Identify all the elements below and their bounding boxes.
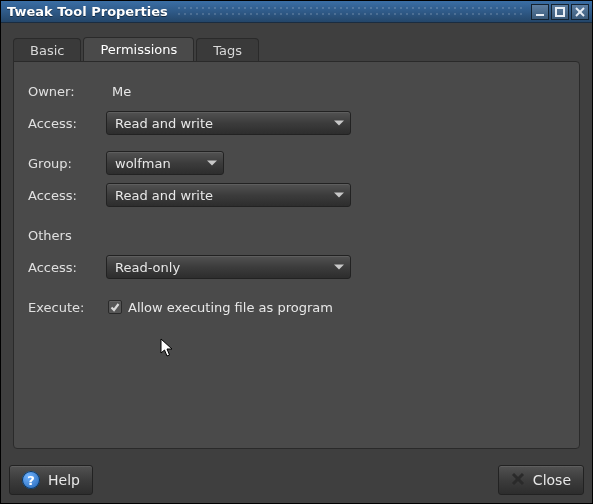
group-access-dropdown[interactable]: Read and write xyxy=(106,183,351,207)
maximize-button[interactable] xyxy=(551,4,569,20)
help-icon: ? xyxy=(22,471,40,489)
group-access-value: Read and write xyxy=(115,188,213,203)
tab-basic[interactable]: Basic xyxy=(13,38,81,62)
owner-section: Owner: Me Access: Read and write xyxy=(28,78,565,136)
window-close-button[interactable] xyxy=(571,4,589,20)
titlebar[interactable]: Tweak Tool Properties xyxy=(1,1,592,23)
window-content: Basic Permissions Tags Owner: Me Access:… xyxy=(1,23,592,459)
group-access-label: Access: xyxy=(28,188,106,203)
owner-access-dropdown[interactable]: Read and write xyxy=(106,111,351,135)
group-section: Group: wolfman Access: Read and write xyxy=(28,150,565,208)
svg-rect-1 xyxy=(556,8,564,16)
execute-checkbox-label: Allow executing file as program xyxy=(128,300,333,315)
others-access-dropdown[interactable]: Read-only xyxy=(106,255,351,279)
others-heading: Others xyxy=(28,228,72,243)
others-access-label: Access: xyxy=(28,260,106,275)
owner-access-value: Read and write xyxy=(115,116,213,131)
properties-window: Tweak Tool Properties Basic Permissions … xyxy=(0,0,593,504)
tab-permissions[interactable]: Permissions xyxy=(83,37,194,61)
group-value: wolfman xyxy=(115,156,171,171)
dialog-footer: ? Help Close xyxy=(1,459,592,503)
others-access-value: Read-only xyxy=(115,260,180,275)
execute-label: Execute: xyxy=(28,300,106,315)
chevron-down-icon xyxy=(334,265,344,270)
titlebar-grip xyxy=(176,5,523,19)
window-controls xyxy=(531,4,589,20)
tab-panel-permissions: Owner: Me Access: Read and write Group: … xyxy=(13,61,580,449)
check-icon xyxy=(110,302,120,312)
close-button-label: Close xyxy=(533,472,571,488)
execute-checkbox[interactable] xyxy=(108,300,122,314)
owner-label: Owner: xyxy=(28,84,106,99)
close-icon xyxy=(575,7,585,17)
tab-bar: Basic Permissions Tags xyxy=(13,37,580,61)
minimize-button[interactable] xyxy=(531,4,549,20)
close-button[interactable]: Close xyxy=(498,465,584,495)
others-section: Others Access: Read-only xyxy=(28,222,565,280)
close-icon xyxy=(511,472,525,489)
group-label: Group: xyxy=(28,156,106,171)
cursor-icon xyxy=(160,338,176,360)
tab-tags[interactable]: Tags xyxy=(196,38,259,62)
chevron-down-icon xyxy=(334,193,344,198)
minimize-icon xyxy=(535,7,545,17)
chevron-down-icon xyxy=(334,121,344,126)
owner-access-label: Access: xyxy=(28,116,106,131)
help-button[interactable]: ? Help xyxy=(9,465,93,495)
execute-row: Execute: Allow executing file as program xyxy=(28,294,565,320)
help-button-label: Help xyxy=(48,472,80,488)
window-title: Tweak Tool Properties xyxy=(7,4,168,19)
group-dropdown[interactable]: wolfman xyxy=(106,151,224,175)
maximize-icon xyxy=(555,7,565,17)
chevron-down-icon xyxy=(207,161,217,166)
owner-value: Me xyxy=(106,84,131,99)
